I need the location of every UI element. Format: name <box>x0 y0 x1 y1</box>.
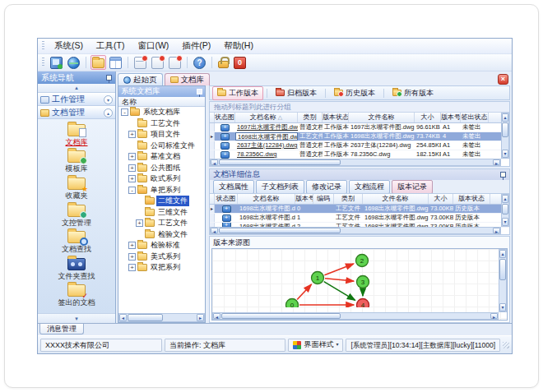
version-node-1[interactable]: 1 <box>312 272 324 284</box>
ui-style-button[interactable]: 界面样式 ▾ <box>288 339 343 352</box>
history-version-button[interactable]: 历史版本 <box>329 86 380 100</box>
collapse-icon[interactable]: - <box>121 108 128 116</box>
tree-node[interactable]: +双把系列 <box>118 262 205 274</box>
table-row[interactable]: ▸1698出水嘴零件图.dwg0工艺文件1698出水嘴零件图.dwg73.00K… <box>210 205 509 214</box>
tree-node[interactable]: +公共图纸 <box>118 163 205 174</box>
column-header[interactable]: 编码 <box>313 194 334 204</box>
scroll-thumb[interactable] <box>128 314 163 321</box>
scroll-up-icon[interactable]: ▴ <box>502 113 508 122</box>
scroll-thumb[interactable] <box>502 122 508 137</box>
page-delete-button[interactable] <box>150 55 165 71</box>
close-icon[interactable]: × <box>498 74 508 85</box>
scroll-down-icon[interactable]: ▾ <box>499 303 506 311</box>
column-header[interactable]: 文档名称△ <box>235 113 298 122</box>
menu-item[interactable]: 工具(T) <box>90 39 131 53</box>
tree-node[interactable]: 工艺文件 <box>118 118 205 130</box>
resize-grip[interactable] <box>503 342 509 348</box>
tree-column-header[interactable]: 名称 <box>118 97 205 107</box>
scroll-thumb[interactable] <box>499 259 506 280</box>
expand-icon[interactable]: + <box>128 264 136 271</box>
tab-detail[interactable]: 修改记录 <box>306 180 347 194</box>
tab-detail[interactable]: 子文档列表 <box>256 180 304 194</box>
version-node-4[interactable]: 4 <box>357 299 369 308</box>
sidebar-scroll-down-button[interactable]: ▾ <box>38 313 115 323</box>
scroll-left-icon[interactable]: ◂ <box>211 228 218 233</box>
tree-node[interactable]: +欧式系列 <box>118 173 205 185</box>
scroll-track[interactable] <box>502 138 508 150</box>
sidebar-group-collapsed[interactable]: 工作管理▾ <box>38 93 115 106</box>
tree-node[interactable]: -单把系列 <box>118 185 205 196</box>
versions-vscrollbar[interactable]: ▴▾ <box>501 194 509 227</box>
column-header[interactable]: 版本号 <box>441 113 461 122</box>
window-grid-button[interactable] <box>108 55 123 71</box>
all-version-button[interactable]: 所有版本 <box>388 86 439 100</box>
scroll-thumb[interactable] <box>502 204 508 214</box>
monitor-button[interactable] <box>49 55 64 71</box>
help-button[interactable] <box>192 55 207 71</box>
scroll-right-icon[interactable]: ▸ <box>493 228 500 233</box>
pin-icon[interactable] <box>197 89 202 95</box>
tree-node[interactable]: +项目文件 <box>118 129 205 141</box>
tree-hscrollbar[interactable]: ◂▸ <box>118 313 205 322</box>
scroll-right-icon[interactable]: ▸ <box>490 313 498 319</box>
menu-grip[interactable] <box>42 41 44 51</box>
column-header[interactable]: 大小 <box>429 194 453 204</box>
column-header[interactable]: 状态图 <box>215 194 238 204</box>
work-version-button[interactable]: 工作版本 <box>212 86 263 100</box>
version-node-0[interactable]: 0 <box>286 299 299 308</box>
toolbar-grip[interactable] <box>42 58 44 67</box>
column-header[interactable]: 文件名称 <box>349 113 415 122</box>
scroll-track[interactable] <box>164 314 197 321</box>
lock-button[interactable] <box>216 55 230 70</box>
table-row[interactable]: 1697出水嘴零件图.dwg普通文档工作版本1697出水嘴零件图.dwg96.6… <box>210 123 509 132</box>
menu-item[interactable]: 系统(S) <box>48 39 90 53</box>
expand-icon[interactable]: + <box>136 219 143 227</box>
column-header[interactable]: 版本状态 <box>453 194 490 204</box>
scroll-down-icon[interactable]: ▾ <box>502 150 508 158</box>
column-header[interactable]: 类别 <box>298 113 323 122</box>
sidebar-item-search-docs[interactable]: 文档查找 <box>62 231 91 255</box>
archive-version-button[interactable]: 归档版本 <box>271 86 322 100</box>
scroll-right-icon[interactable]: ▸ <box>197 314 204 321</box>
column-header[interactable]: 版本号 <box>295 194 313 204</box>
documents-hscrollbar[interactable]: ◂▸ <box>210 159 501 166</box>
globe-button[interactable] <box>66 55 81 71</box>
sidebar-item-folder-control[interactable]: 文控管理 <box>62 205 91 228</box>
tree-node[interactable]: 三维文件 <box>118 207 205 219</box>
scroll-track[interactable] <box>341 159 493 165</box>
table-row[interactable]: 1698出水嘴零件图.dwg1工艺文件1698出水嘴零件图.dwg73.00KB… <box>210 214 509 223</box>
scroll-right-icon[interactable]: ▸ <box>493 159 500 165</box>
scroll-left-icon[interactable]: ◂ <box>211 159 218 165</box>
tree-node[interactable]: +基准文档 <box>118 151 205 163</box>
pin-icon[interactable] <box>500 172 506 178</box>
menu-item[interactable]: 帮助(H) <box>217 39 260 53</box>
tree-node[interactable]: +检验标准 <box>118 240 205 251</box>
tab-detail[interactable]: 文档属性 <box>213 180 254 194</box>
graph-hscrollbar[interactable]: ◂▸ <box>212 312 499 320</box>
sidebar-item-search-folders[interactable]: 文件夹查找 <box>58 258 95 282</box>
menu-item[interactable]: 窗口(W) <box>131 39 175 53</box>
tab-active[interactable]: 版本记录 <box>392 180 433 194</box>
column-header[interactable]: 版本状态 <box>323 113 349 122</box>
scroll-thumb[interactable] <box>219 159 341 165</box>
expand-icon[interactable]: + <box>128 153 136 160</box>
sidebar-item-folder-favorites[interactable]: 收藏夹 <box>66 178 88 201</box>
scroll-thumb[interactable] <box>221 313 341 319</box>
scroll-up-icon[interactable]: ▴ <box>502 195 508 203</box>
scroll-track[interactable] <box>341 313 490 319</box>
sidebar-collapse-button[interactable]: ▴ <box>38 84 115 93</box>
scroll-left-icon[interactable]: ◂ <box>213 313 220 319</box>
scroll-left-icon[interactable]: ◂ <box>119 314 127 321</box>
tree-node[interactable]: -系统文档库 <box>118 107 205 118</box>
column-header[interactable]: 文档名称 <box>238 194 295 204</box>
column-header[interactable]: 状态图 <box>215 113 235 122</box>
column-header[interactable]: 签出状态 <box>461 113 489 122</box>
table-row[interactable]: ▸1698出水嘴零件图.dwg工艺文件工作版本1698出水嘴零件图.dwg73.… <box>210 132 509 141</box>
sidebar-item-folder-checkout[interactable]: 签出的文档 <box>58 284 95 308</box>
scroll-track[interactable] <box>341 228 493 233</box>
chevron-up-icon[interactable]: ▴ <box>104 108 113 118</box>
folder-window-button[interactable] <box>90 55 106 70</box>
expand-icon[interactable]: + <box>128 242 136 249</box>
expand-icon[interactable]: + <box>128 253 136 261</box>
expand-icon[interactable]: + <box>128 131 136 138</box>
